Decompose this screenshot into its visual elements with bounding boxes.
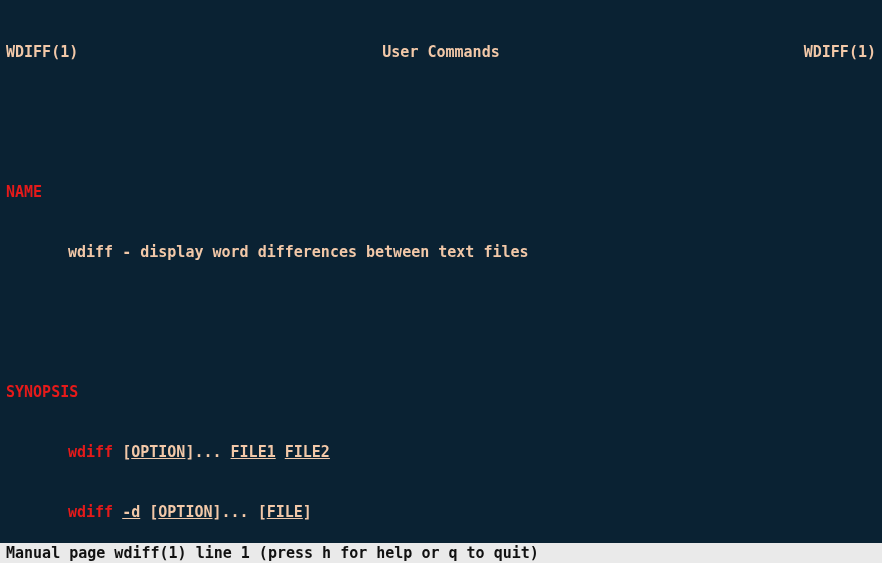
section-synopsis-title: SYNOPSIS [6, 382, 876, 402]
header-right: WDIFF(1) [804, 42, 876, 62]
syn-cmd: wdiff [68, 503, 113, 521]
man-content: WDIFF(1) User Commands WDIFF(1) NAME wdi… [0, 0, 882, 563]
section-name-text: wdiff - display word differences between… [6, 242, 876, 262]
header-center: User Commands [382, 42, 499, 62]
pager-status-bar[interactable]: Manual page wdiff(1) line 1 (press h for… [0, 543, 882, 563]
header-left: WDIFF(1) [6, 42, 78, 62]
synopsis-line-1: wdiff [OPTION]... FILE1 FILE2 [6, 442, 876, 462]
terminal-manpage[interactable]: WDIFF(1) User Commands WDIFF(1) NAME wdi… [0, 0, 882, 563]
man-header: WDIFF(1) User Commands WDIFF(1) [6, 42, 876, 62]
synopsis-line-2: wdiff -d [OPTION]... [FILE] [6, 502, 876, 522]
syn-cmd: wdiff [68, 443, 113, 461]
section-name-title: NAME [6, 182, 876, 202]
